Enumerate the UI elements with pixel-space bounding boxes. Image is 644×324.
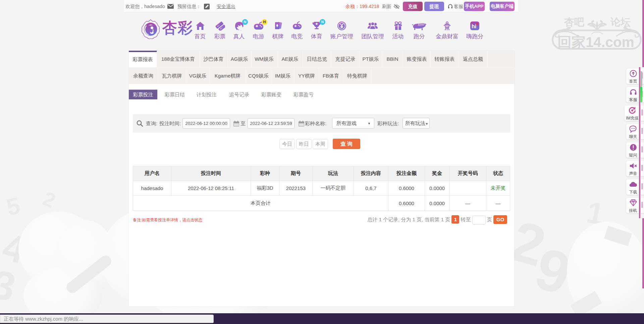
svg-text:hi: hi xyxy=(472,24,476,29)
